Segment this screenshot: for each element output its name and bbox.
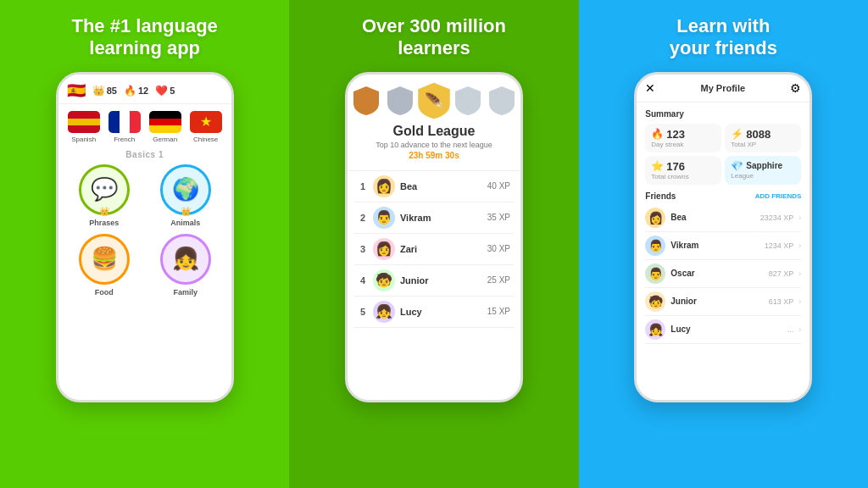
languages-grid: Spanish French German ★ Chinese — [58, 104, 231, 147]
crown-animals: 👑 — [181, 207, 191, 216]
star-icon-summary: ⭐ — [651, 160, 664, 172]
shield-gray-1 — [453, 85, 482, 117]
avatar-bea: 👩 — [373, 175, 395, 197]
flag-german — [149, 111, 181, 133]
friend-xp-oscar: 827 XP — [769, 269, 794, 278]
avatar-vikram: 👨 — [373, 207, 395, 229]
rank-3: 3 — [358, 244, 368, 254]
add-friends-button[interactable]: ADD FRIENDS — [755, 192, 802, 200]
streak-label: Day streak — [651, 141, 715, 148]
lang-french[interactable]: French — [106, 111, 143, 143]
name-bea: Bea — [400, 181, 482, 191]
xp-label: Total XP — [731, 141, 795, 148]
name-lucy: Lucy — [400, 307, 482, 317]
lang-spanish[interactable]: Spanish — [65, 111, 103, 143]
summary-xp: ⚡ 8088 Total XP — [725, 124, 801, 152]
friend-vikram[interactable]: 👨 Vikram 1234 XP › — [645, 232, 801, 260]
stat-hearts: ❤️ 5 — [155, 85, 175, 97]
panel-friends: Learn with your friends ✕ My Profile ⚙ S… — [579, 0, 868, 488]
league-title: Gold League — [393, 124, 476, 139]
close-button[interactable]: ✕ — [645, 81, 655, 95]
xp-junior: 25 XP — [487, 275, 510, 285]
friend-xp-vikram: 1234 XP — [765, 241, 794, 250]
lesson-circle-animals: 🌍 👑 — [160, 164, 211, 215]
lesson-food-label: Food — [95, 288, 114, 297]
league-header: 🪶 Gold League Top 10 advance to the next… — [348, 75, 520, 170]
profile-title: My Profile — [701, 83, 746, 93]
fire-icon: 🔥 — [124, 85, 136, 97]
leaderboard-item-5[interactable]: 5 👧 Lucy 15 XP — [354, 297, 514, 328]
avatar-friend-lucy: 👧 — [645, 319, 665, 340]
friend-xp-bea: 23234 XP — [760, 214, 794, 222]
friends-section: Friends ADD FRIENDS 👩 Bea 23234 XP › 👨 V… — [637, 188, 810, 400]
friend-xp-junior: 613 XP — [769, 297, 794, 306]
settings-button[interactable]: ⚙ — [790, 81, 801, 95]
friend-xp-lucy: ... — [787, 325, 794, 334]
rank-5: 5 — [358, 307, 368, 317]
name-junior: Junior — [400, 275, 482, 286]
summary-league: 💎 Sapphire League — [725, 156, 801, 185]
leaderboard-item-3[interactable]: 3 👩 Zari 30 XP — [354, 234, 514, 265]
section-label: Basics 1 — [58, 147, 231, 164]
avatar-friend-junior: 🧒 — [645, 291, 665, 312]
stat-crowns: 👑 85 — [92, 85, 117, 97]
phone-mockup-3: ✕ My Profile ⚙ Summary 🔥 123 Day streak … — [634, 72, 812, 402]
league-subtitle: Top 10 advance to the next league — [376, 141, 492, 149]
xp-vikram: 35 XP — [487, 213, 510, 222]
leaderboard-item-2[interactable]: 2 👨 Vikram 35 XP — [354, 202, 514, 234]
avatar-zari: 👩 — [373, 238, 395, 260]
leaderboard-item-4[interactable]: 4 🧒 Junior 25 XP — [354, 265, 514, 297]
friend-bea[interactable]: 👩 Bea 23234 XP › — [645, 204, 801, 232]
streak-value: 123 — [666, 128, 685, 141]
summary-title: Summary — [645, 109, 801, 119]
shield-gold: 🪶 — [416, 80, 453, 121]
panel3-title: Learn with your friends — [670, 15, 777, 60]
summary-streak: 🔥 123 Day streak — [645, 124, 721, 152]
friend-lucy[interactable]: 👧 Lucy ... › — [645, 316, 801, 344]
panel1-title: The #1 language learning app — [71, 15, 217, 60]
chevron-right-icon-2: › — [798, 241, 801, 250]
panel2-title: Over 300 million learners — [362, 15, 506, 60]
lesson-phrases[interactable]: 💬 👑 Phrases — [67, 164, 142, 227]
summary-crowns: ⭐ 176 Total crowns — [645, 156, 721, 185]
lesson-phrases-label: Phrases — [89, 219, 119, 227]
lesson-family[interactable]: 👧 Family — [148, 234, 223, 297]
lang-chinese[interactable]: ★ Chinese — [187, 111, 225, 143]
lesson-animals-label: Animals — [170, 219, 200, 227]
friend-junior[interactable]: 🧒 Junior 613 XP › — [645, 288, 801, 316]
league-label: League — [731, 172, 795, 180]
crown-phrases: 👑 — [99, 207, 109, 216]
crowns-label: Total crowns — [651, 173, 715, 180]
league-timer: 23h 59m 30s — [409, 151, 459, 160]
profile-header: ✕ My Profile ⚙ — [637, 75, 810, 103]
lesson-family-label: Family — [173, 288, 198, 297]
lesson-circle-phrases: 💬 👑 — [79, 164, 130, 215]
lesson-animals[interactable]: 🌍 👑 Animals — [148, 164, 223, 227]
lang-german-label: German — [153, 136, 177, 143]
panel-league: Over 300 million learners — [289, 0, 578, 488]
friend-oscar[interactable]: 👨 Oscar 827 XP › — [645, 260, 801, 288]
avatar-junior: 🧒 — [373, 269, 395, 291]
lessons-grid: 💬 👑 Phrases 🌍 👑 Animals 🍔 Food — [58, 164, 231, 297]
xp-lucy: 15 XP — [487, 307, 510, 316]
stat-streak: 🔥 12 — [124, 85, 148, 97]
lang-chinese-label: Chinese — [193, 136, 218, 143]
rank-4: 4 — [358, 275, 368, 286]
chevron-right-icon-5: › — [798, 325, 801, 334]
flag-french — [108, 111, 141, 133]
phone-header: 🇪🇸 👑 85 🔥 12 ❤️ 5 — [58, 75, 231, 104]
friend-name-lucy: Lucy — [670, 324, 782, 334]
bolt-icon-summary: ⚡ — [731, 128, 743, 140]
rank-1: 1 — [358, 181, 368, 191]
lang-french-label: French — [114, 136, 135, 143]
phone-mockup-2: 🪶 Gold League Top 10 advance to the next… — [345, 72, 523, 402]
lang-german[interactable]: German — [147, 111, 184, 143]
friends-title: Friends — [645, 191, 676, 201]
panel-language-app: The #1 language learning app 🇪🇸 👑 85 🔥 1… — [0, 0, 289, 488]
avatar-friend-oscar: 👨 — [645, 263, 665, 284]
friend-name-junior: Junior — [670, 297, 763, 306]
lesson-food[interactable]: 🍔 Food — [67, 234, 142, 297]
name-vikram: Vikram — [400, 213, 482, 223]
leaderboard-item-1[interactable]: 1 👩 Bea 40 XP — [354, 171, 514, 202]
rank-2: 2 — [358, 213, 368, 223]
